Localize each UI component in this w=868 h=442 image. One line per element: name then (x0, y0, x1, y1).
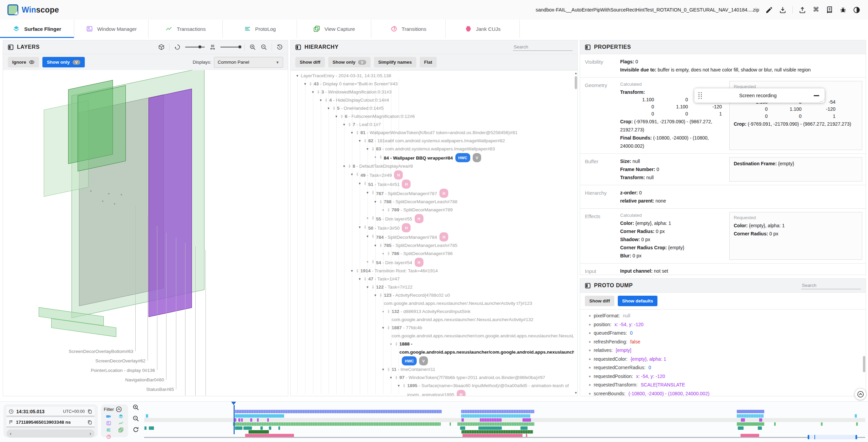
expand-arrow-icon[interactable]: ▼ (295, 72, 300, 79)
upload-icon[interactable] (798, 6, 806, 14)
pin-icon[interactable] (370, 258, 375, 264)
pin-icon[interactable] (339, 112, 344, 119)
tree-node-50[interactable]: ▼50 - Task=3#50H (291, 223, 574, 232)
pin-icon[interactable] (370, 232, 375, 239)
tree-node-1888[interactable]: •1888 - com.google.android.apps.nexuslau… (291, 340, 574, 365)
trace-segment-row-teal[interactable] (260, 426, 263, 430)
expand-arrow-icon[interactable]: ▼ (365, 189, 370, 196)
trace-segment-row-teal[interactable] (520, 426, 528, 430)
trace-segment-row-purple[interactable] (234, 418, 236, 422)
trace-segment-row-cyan[interactable] (146, 414, 148, 418)
expand-arrow-icon[interactable]: ▼ (396, 382, 401, 389)
spacing-icon[interactable] (209, 44, 216, 50)
drag-handle-icon[interactable] (698, 92, 702, 99)
trace-segment-row-green[interactable] (856, 422, 858, 426)
tree-node-43[interactable]: ▼43 - Display 0 name="Built-in Screen"#4… (291, 80, 574, 88)
tree-node-787[interactable]: ▼787 - SplitDecorManager#787H (291, 189, 574, 198)
trace-segment-row-teal[interactable] (243, 426, 252, 430)
tree-node-788[interactable]: ▼788 - SplitDecorManagerLeash#788 (291, 198, 574, 206)
tree-node-785[interactable]: ▼785 - SplitDecorManagerLeash#785 (291, 241, 574, 250)
pin-icon[interactable] (386, 365, 391, 372)
collapse-panel-icon[interactable] (585, 44, 591, 50)
expand-arrow-icon[interactable]: ▼ (357, 180, 362, 187)
timeline-cursor[interactable] (234, 405, 235, 434)
pin-icon[interactable] (362, 180, 368, 186)
proto-row-position[interactable]: position:x: -54, y: -120 (589, 320, 866, 329)
timeline-cursor-handle[interactable] (231, 402, 236, 405)
pin-icon[interactable] (370, 189, 375, 195)
copy-icon[interactable] (87, 420, 93, 425)
chart-icon[interactable] (118, 420, 124, 426)
proto-row-requestedColor[interactable]: requestedColor:{empty}, alpha: 1 (589, 355, 866, 364)
show-defaults-button[interactable]: Show defaults (618, 296, 658, 306)
tree-node-55[interactable]: •55 - Dim layer#55H (291, 214, 574, 223)
pin-icon[interactable] (378, 291, 383, 298)
trace-segment-row-purple[interactable] (241, 418, 243, 422)
pin-icon[interactable] (378, 198, 383, 204)
trace-segment-row-purple[interactable] (480, 418, 502, 422)
zoom-in-icon[interactable] (249, 44, 256, 50)
pin-icon[interactable] (362, 223, 368, 230)
window-icon[interactable] (106, 420, 112, 426)
resize-handle-icon[interactable] (820, 99, 825, 102)
pin-icon[interactable] (370, 283, 375, 290)
tab-protolog[interactable]: ProtoLog (223, 20, 297, 38)
show-only-button[interactable]: Show onlyV (328, 57, 371, 67)
tree-node-81[interactable]: ▼81 - WallpaperWindowToken{fcfbcd7 token… (291, 129, 574, 137)
trace-segment-row-purple[interactable] (250, 418, 252, 422)
next-frame-button[interactable]: › (90, 431, 91, 436)
cube-icon[interactable] (158, 44, 165, 50)
trace-segment-row-darkgreen[interactable] (249, 430, 269, 434)
expand-arrow-icon[interactable]: ▼ (365, 284, 370, 291)
refresh-icon[interactable] (132, 426, 139, 433)
expand-arrow-icon[interactable]: ▼ (350, 171, 354, 178)
trace-segment-row-teal[interactable] (460, 426, 465, 430)
tree-node-132[interactable]: •132 - d886913 ActivityRecordInputSink c… (291, 308, 574, 324)
layer-label[interactable]: ScreenDecorOverlay#62 (95, 358, 145, 363)
expand-arrow-icon[interactable]: ▼ (350, 129, 354, 136)
slider-thumb[interactable] (238, 45, 241, 48)
book-icon[interactable] (826, 6, 833, 14)
trace-segment-row-darkgreen[interactable] (461, 430, 533, 434)
hierarchy-scrollbar[interactable]: ▲ ▼ (574, 71, 577, 395)
slider-control[interactable] (185, 47, 205, 47)
proto-row-screenBounds[interactable]: screenBounds:(-10800, -24000) - (10800, … (589, 390, 866, 398)
pin-icon[interactable] (370, 145, 375, 151)
expand-arrow-icon[interactable]: ▼ (334, 113, 339, 120)
pin-icon[interactable] (362, 275, 368, 281)
pin-icon[interactable] (355, 129, 360, 135)
trace-segment-row-green[interactable] (450, 422, 451, 426)
pin-icon[interactable] (394, 374, 399, 380)
theme-icon[interactable] (853, 6, 861, 14)
layer-label[interactable]: StatusBar#85 (146, 387, 174, 392)
tree-node-84[interactable]: •84 - Wallpaper BBQ wrapper#84HWCV (291, 153, 574, 162)
expand-arrow-icon[interactable]: ▼ (318, 97, 323, 104)
tree-node-49[interactable]: ▼49 - Task=2#49H (291, 170, 574, 180)
flat-button[interactable]: Flat (420, 57, 437, 67)
collapse-panel-icon[interactable] (585, 283, 591, 289)
history-icon[interactable] (276, 44, 283, 50)
expand-arrow-icon[interactable]: ▼ (311, 89, 315, 96)
proto-row-pixelFormat[interactable]: pixelFormat:null (589, 312, 866, 320)
trace-segment-row-purple[interactable] (522, 418, 531, 422)
hierarchy-search-input[interactable] (513, 43, 573, 51)
layer-label[interactable]: ScreenDecorOverlayBottom#63 (68, 349, 133, 354)
timeline-canvas[interactable] (144, 402, 865, 440)
trace-segment-row-cyan[interactable] (235, 414, 284, 418)
displays-dropdown[interactable]: Common Panel▼ (214, 57, 283, 68)
expand-arrow-icon[interactable]: ▼ (342, 163, 347, 170)
trace-segment-row-blue[interactable] (737, 410, 764, 413)
tree-node-1914[interactable]: ▼1914 - Transition Root: Task=46#1914 (291, 267, 574, 275)
layer-rect[interactable] (78, 85, 126, 171)
trace-segment-row-purple[interactable] (238, 418, 240, 422)
slider-thumb[interactable] (198, 45, 201, 48)
pin-icon[interactable] (316, 88, 321, 94)
tree-node-784[interactable]: ▼784 - SplitDecorManager#784H (291, 232, 574, 241)
tree-node-123[interactable]: ▼123 - ActivityRecord{4788c02 u0 com.goo… (291, 291, 574, 308)
tree-node-11[interactable]: ▼11 - ImeContainer#11 (291, 365, 574, 374)
proto-row-requestedCornerRadius[interactable]: requestedCornerRadius:0 (589, 363, 866, 372)
layer-label[interactable]: NavigationBar0#80 (125, 377, 164, 382)
proto-scrollbar[interactable] (863, 313, 866, 395)
tree-node-83[interactable]: ▼83 - com.android.systemui.wallpapers.Im… (291, 145, 574, 153)
layers-icon[interactable] (118, 414, 124, 419)
